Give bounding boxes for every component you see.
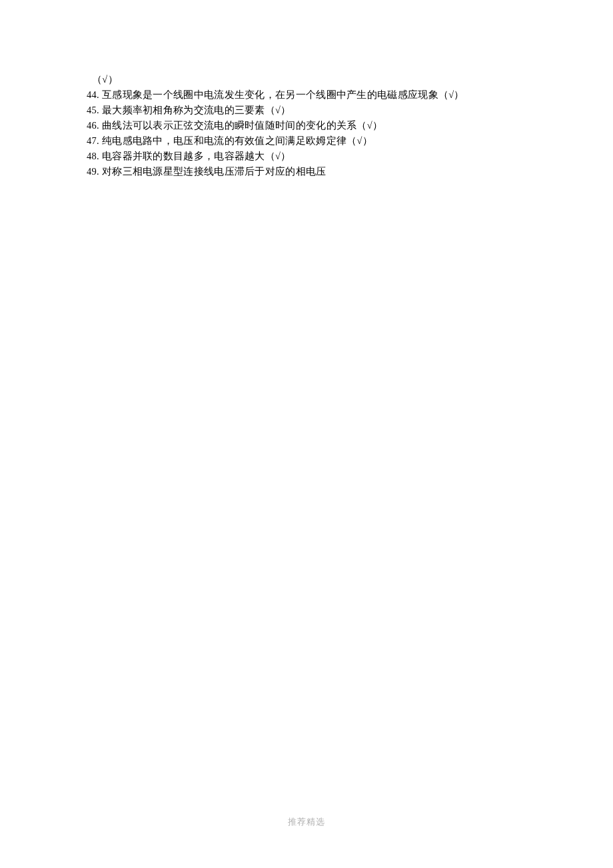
text-line: 45. 最大频率初相角称为交流电的三要素（√） <box>87 103 546 118</box>
text-line: 46. 曲线法可以表示正弦交流电的瞬时值随时间的变化的关系（√） <box>87 118 546 133</box>
text-line: （√） <box>87 72 546 87</box>
text-line: 47. 纯电感电路中，电压和电流的有效值之间满足欧姆定律（√） <box>87 133 546 149</box>
document-content: （√） 44. 互感现象是一个线圈中电流发生变化，在另一个线圈中产生的电磁感应现… <box>0 0 613 179</box>
text-line: 49. 对称三相电源星型连接线电压滞后于对应的相电压 <box>87 164 546 179</box>
footer-text: 推荐精选 <box>0 816 613 828</box>
text-line: 44. 互感现象是一个线圈中电流发生变化，在另一个线圈中产生的电磁感应现象（√） <box>87 87 546 103</box>
text-line: 48. 电容器并联的数目越多，电容器越大（√） <box>87 149 546 164</box>
